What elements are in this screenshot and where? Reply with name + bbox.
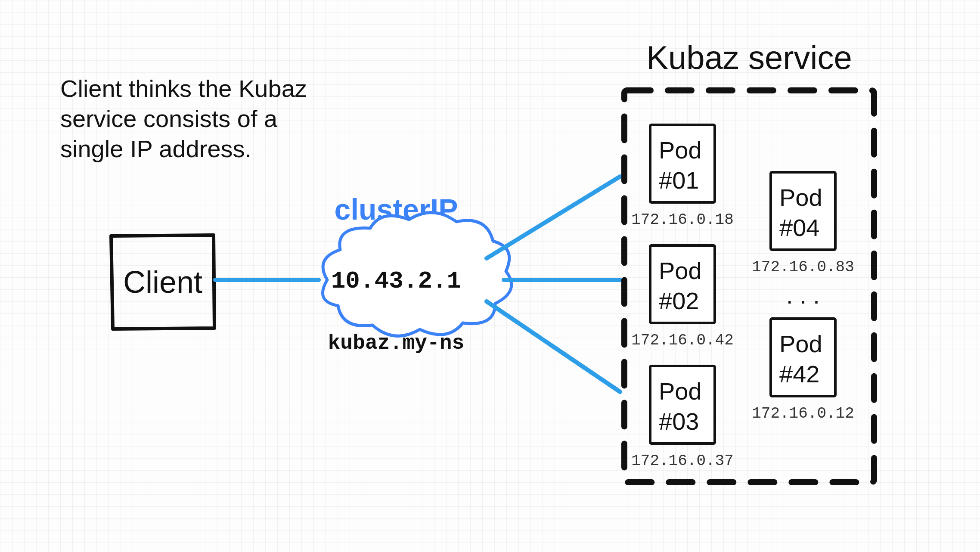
pod-04-line1: Pod xyxy=(779,184,822,211)
caption-text: Client thinks the Kubaz service consists… xyxy=(60,75,307,162)
service-title: Kubaz service xyxy=(646,39,852,76)
pod-42: Pod #42 172.16.0.12 xyxy=(752,319,854,422)
pod-01-line1: Pod xyxy=(659,136,702,164)
caption-line-2: service consists of a xyxy=(60,105,278,132)
pod-03-line1: Pod xyxy=(659,378,702,405)
diagram-canvas: Client thinks the Kubaz service consists… xyxy=(0,0,980,552)
caption-line-3: single IP address. xyxy=(60,135,251,162)
pod-01-line2: #01 xyxy=(659,167,699,194)
pod-02-line2: #02 xyxy=(659,287,699,314)
pod-04-line2: #04 xyxy=(779,214,819,241)
client-label: Client xyxy=(123,265,202,299)
pod-02: Pod #02 172.16.0.42 xyxy=(631,245,734,349)
pod-01-ip: 172.16.0.18 xyxy=(631,211,734,229)
client-box: Client xyxy=(111,235,214,329)
pod-02-line1: Pod xyxy=(659,257,702,284)
clusterip-value: 10.43.2.1 xyxy=(331,267,461,295)
caption-line-1: Client thinks the Kubaz xyxy=(60,75,307,102)
clusterip-dns: kubaz.my-ns xyxy=(328,332,465,355)
clusterip-cloud: 10.43.2.1 xyxy=(323,213,511,336)
pod-04-ip: 172.16.0.83 xyxy=(752,258,854,276)
line-cloud-to-pod3 xyxy=(487,301,620,392)
pod-42-line1: Pod xyxy=(779,330,822,357)
pod-03-line2: #03 xyxy=(659,408,699,435)
pod-03-ip: 172.16.0.37 xyxy=(631,452,734,470)
pod-04: Pod #04 172.16.0.83 xyxy=(752,172,854,276)
pod-03: Pod #03 172.16.0.37 xyxy=(631,366,734,470)
pods-ellipsis: . . . xyxy=(786,282,820,309)
line-cloud-to-pod1 xyxy=(487,177,620,258)
pod-42-line2: #42 xyxy=(779,360,819,388)
pod-42-ip: 172.16.0.12 xyxy=(752,405,854,422)
pod-02-ip: 172.16.0.42 xyxy=(631,332,734,349)
pod-01: Pod #01 172.16.0.18 xyxy=(631,125,734,229)
